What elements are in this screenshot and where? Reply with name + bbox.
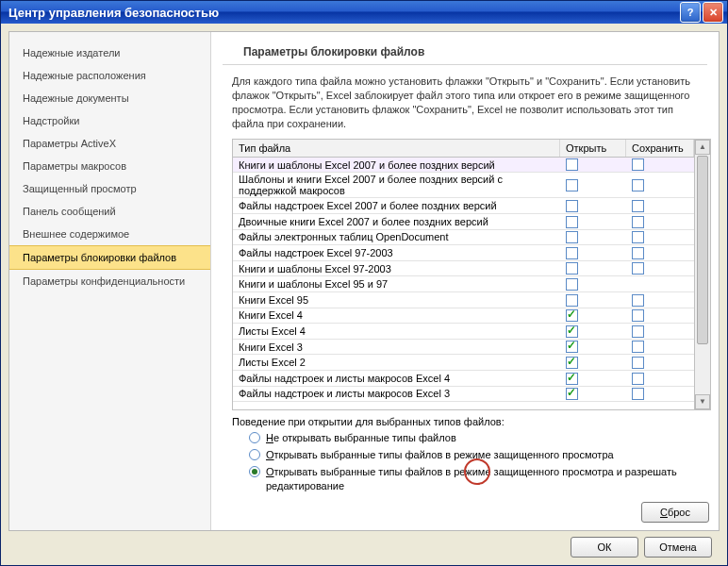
radio-option[interactable]: Открывать выбранные типы файлов в режиме…: [232, 463, 698, 494]
scroll-up-icon[interactable]: ▲: [695, 140, 710, 155]
save-cell: [626, 198, 694, 214]
open-cell: [560, 214, 626, 230]
open-cell: [560, 291, 626, 308]
save-checkbox[interactable]: [632, 262, 644, 275]
sidebar-item[interactable]: Надежные документы: [9, 87, 210, 109]
save-cell: [626, 291, 694, 308]
table-row[interactable]: Листы Excel 4: [233, 324, 694, 340]
save-checkbox[interactable]: [632, 231, 644, 243]
sidebar-item[interactable]: Параметры конфиденциальности: [9, 270, 210, 292]
table-row[interactable]: Книги Excel 95: [233, 291, 694, 308]
file-type-label: Книги Excel 3: [233, 339, 560, 355]
table-row[interactable]: Файлы надстроек и листы макросов Excel 3: [233, 386, 694, 402]
table-row[interactable]: Файлы надстроек и листы макросов Excel 4: [233, 370, 694, 386]
save-checkbox[interactable]: [632, 341, 644, 353]
open-cell: [560, 355, 626, 371]
open-checkbox[interactable]: [566, 247, 578, 259]
save-checkbox[interactable]: [632, 388, 644, 400]
scroll-down-icon[interactable]: ▼: [695, 394, 710, 409]
table-row[interactable]: Книги Excel 3: [233, 339, 694, 355]
save-checkbox[interactable]: [632, 158, 644, 171]
table-row[interactable]: Книги и шаблоны Excel 2007 и более поздн…: [233, 157, 694, 173]
save-cell: [626, 229, 694, 245]
save-checkbox[interactable]: [632, 325, 644, 338]
open-checkbox[interactable]: [566, 373, 578, 385]
table-row[interactable]: Файлы надстроек Excel 97-2003: [233, 245, 694, 261]
section-heading: Параметры блокировки файлов: [223, 32, 707, 65]
save-cell: [626, 276, 694, 292]
open-checkbox[interactable]: [566, 216, 578, 228]
radio-icon[interactable]: [249, 449, 260, 460]
table-row[interactable]: Файлы надстроек Excel 2007 и более поздн…: [233, 198, 694, 214]
table-row[interactable]: Листы Excel 2: [233, 355, 694, 371]
open-cell: [560, 339, 626, 355]
save-cell: [626, 260, 694, 276]
save-checkbox[interactable]: [632, 357, 644, 369]
open-checkbox[interactable]: [566, 158, 578, 171]
open-checkbox[interactable]: [566, 278, 578, 291]
save-checkbox[interactable]: [632, 216, 644, 228]
file-type-label: Листы Excel 4: [233, 324, 560, 340]
radio-icon[interactable]: [249, 432, 260, 443]
sidebar-item[interactable]: Панель сообщений: [9, 200, 210, 223]
save-checkbox[interactable]: [632, 179, 644, 191]
table-row[interactable]: Книги и шаблоны Excel 97-2003: [233, 260, 694, 276]
window-title: Центр управления безопасностью: [8, 6, 680, 20]
col-type-header[interactable]: Тип файла: [233, 140, 560, 158]
open-cell: [560, 260, 626, 276]
sidebar-item[interactable]: Защищенный просмотр: [9, 177, 210, 200]
sidebar-item[interactable]: Параметры ActiveX: [9, 132, 210, 155]
open-checkbox[interactable]: [566, 309, 578, 322]
table-row[interactable]: Двоичные книги Excel 2007 и более поздни…: [233, 214, 694, 230]
save-checkbox[interactable]: [632, 247, 644, 259]
radio-label: Открывать выбранные типы файлов в режиме…: [266, 448, 614, 461]
open-cell: [560, 370, 626, 386]
col-open-header[interactable]: Открыть: [560, 140, 626, 158]
table-row[interactable]: Книги и шаблоны Excel 95 и 97: [233, 276, 694, 292]
save-checkbox[interactable]: [632, 294, 644, 307]
close-button[interactable]: ✕: [703, 2, 723, 23]
sidebar-item[interactable]: Надежные расположения: [9, 64, 210, 87]
open-checkbox[interactable]: [566, 231, 578, 243]
open-checkbox[interactable]: [566, 357, 578, 369]
radio-option[interactable]: Не открывать выбранные типы файлов: [232, 429, 698, 446]
sidebar-item[interactable]: Надежные издатели: [9, 42, 210, 64]
open-checkbox[interactable]: [566, 294, 578, 307]
open-checkbox[interactable]: [566, 388, 578, 400]
table-row[interactable]: Файлы электронных таблиц OpenDocument: [233, 229, 694, 245]
radio-icon[interactable]: [249, 466, 260, 477]
sidebar-item[interactable]: Внешнее содержимое: [9, 223, 210, 245]
open-checkbox[interactable]: [566, 325, 578, 338]
save-cell: [626, 324, 694, 340]
reset-button[interactable]: Сброс: [641, 502, 709, 523]
sidebar-item[interactable]: Параметры макросов: [9, 155, 210, 177]
open-cell: [560, 198, 626, 214]
behavior-label: Поведение при открытии для выбранных тип…: [232, 416, 698, 427]
open-cell: [560, 324, 626, 340]
col-save-header[interactable]: Сохранить: [626, 140, 694, 158]
titlebar: Центр управления безопасностью ? ✕: [1, 1, 727, 24]
sidebar-item[interactable]: Надстройки: [9, 109, 210, 132]
open-checkbox[interactable]: [566, 262, 578, 275]
save-checkbox[interactable]: [632, 373, 644, 385]
save-checkbox[interactable]: [632, 309, 644, 322]
file-type-label: Книги Excel 4: [233, 308, 560, 324]
table-row[interactable]: Книги Excel 4: [233, 308, 694, 324]
open-cell: [560, 386, 626, 402]
file-type-label: Книги Excel 95: [233, 291, 560, 308]
ok-button[interactable]: ОК: [571, 537, 638, 558]
cancel-button[interactable]: Отмена: [644, 537, 712, 558]
save-cell: [626, 173, 694, 198]
table-row[interactable]: Шаблоны и книги Excel 2007 и более поздн…: [233, 173, 694, 198]
save-checkbox[interactable]: [632, 200, 644, 212]
help-button[interactable]: ?: [680, 2, 701, 23]
radio-option[interactable]: Открывать выбранные типы файлов в режиме…: [232, 446, 698, 463]
scroll-thumb[interactable]: [697, 156, 708, 344]
open-checkbox[interactable]: [566, 341, 578, 353]
open-checkbox[interactable]: [566, 179, 578, 191]
save-cell: [626, 386, 694, 402]
vertical-scrollbar[interactable]: ▲ ▼: [694, 140, 710, 409]
sidebar: Надежные издателиНадежные расположенияНа…: [9, 32, 211, 530]
sidebar-item[interactable]: Параметры блокировки файлов: [9, 245, 210, 270]
open-checkbox[interactable]: [566, 200, 578, 212]
